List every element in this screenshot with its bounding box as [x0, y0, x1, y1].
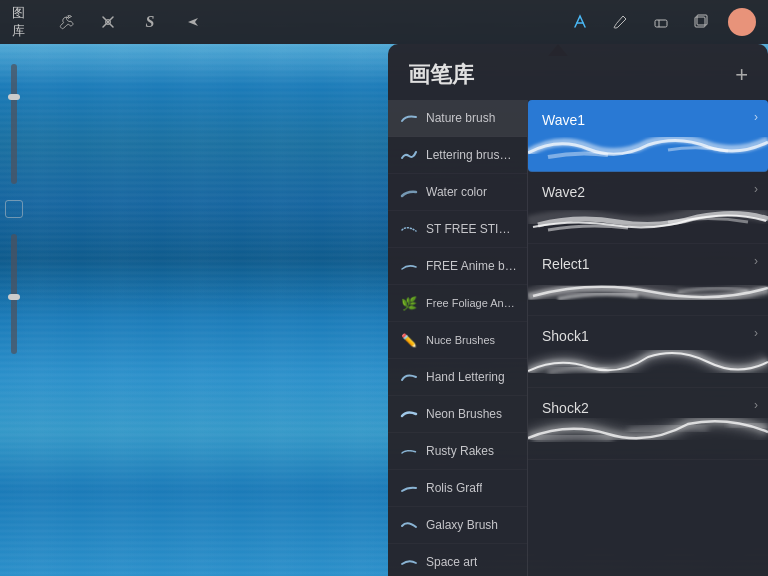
brush-category-watercolor[interactable]: Water color [388, 174, 527, 211]
brush-category-nuce[interactable]: ✏️ Nuce Brushes [388, 322, 527, 359]
brush-category-st-free[interactable]: ST FREE STIPPLE [388, 211, 527, 248]
brush-relect1[interactable]: Relect1 › [528, 244, 768, 316]
relect1-preview [528, 269, 768, 311]
wave2-chevron: › [754, 182, 758, 196]
brush-category-list: Nature brush Lettering brushes Water col… [388, 100, 528, 576]
arrow-icon[interactable] [180, 10, 204, 34]
wrench-icon[interactable] [54, 10, 78, 34]
anime-basic-icon [400, 257, 418, 275]
brush-panel-header: 画笔库 + [388, 44, 768, 100]
brush-category-space[interactable]: Space art [388, 544, 527, 576]
shock1-chevron: › [754, 326, 758, 340]
brush-size-slider[interactable] [11, 64, 17, 184]
shock1-preview [528, 341, 768, 383]
anime-basic-label: FREE Anime basic [426, 259, 517, 273]
gallery-button[interactable]: 图库 [12, 10, 36, 34]
watercolor-icon [400, 183, 418, 201]
opacity-slider[interactable] [11, 234, 17, 354]
foliage-label: Free Foliage Anime [426, 297, 517, 309]
toolbar-left: 图库 S [12, 10, 204, 34]
st-free-icon [400, 220, 418, 238]
brush-wave2[interactable]: Wave2 › [528, 172, 768, 244]
lettering-label: Lettering brushes [426, 148, 517, 162]
brush-panel-content: Nature brush Lettering brushes Water col… [388, 100, 768, 576]
wave1-chevron: › [754, 110, 758, 124]
pen-active-icon[interactable] [568, 10, 592, 34]
brush-category-lettering[interactable]: Lettering brushes [388, 137, 527, 174]
square-color-btn[interactable] [5, 200, 23, 218]
space-label: Space art [426, 555, 477, 569]
watercolor-label: Water color [426, 185, 487, 199]
brush-category-rolis[interactable]: Rolis Graff [388, 470, 527, 507]
hand-lettering-label: Hand Lettering [426, 370, 505, 384]
shock2-chevron: › [754, 398, 758, 412]
brush-wave1[interactable]: Wave1 › [528, 100, 768, 172]
brush-category-foliage[interactable]: 🌿 Free Foliage Anime [388, 285, 527, 322]
lettering-icon [400, 146, 418, 164]
brush-panel: 画笔库 + Nature brush Lettering brushes [388, 44, 768, 576]
nature-brush-icon [400, 109, 418, 127]
nuce-label: Nuce Brushes [426, 334, 495, 346]
galaxy-icon [400, 516, 418, 534]
brush-tool-icon[interactable] [608, 10, 632, 34]
modify-icon[interactable] [96, 10, 120, 34]
left-panel [0, 44, 28, 576]
brush-category-rusty[interactable]: Rusty Rakes [388, 433, 527, 470]
brush-category-nature[interactable]: Nature brush [388, 100, 527, 137]
wave1-preview [528, 125, 768, 167]
shock2-preview [528, 413, 768, 455]
hand-lettering-icon [400, 368, 418, 386]
brush-shock2[interactable]: Shock2 › [528, 388, 768, 460]
rusty-label: Rusty Rakes [426, 444, 494, 458]
brush-category-galaxy[interactable]: Galaxy Brush [388, 507, 527, 544]
neon-icon [400, 405, 418, 423]
neon-label: Neon Brushes [426, 407, 502, 421]
toolbar: 图库 S [0, 0, 768, 44]
space-icon [400, 553, 418, 571]
rolis-icon [400, 479, 418, 497]
layers-icon[interactable] [688, 10, 712, 34]
svg-rect-1 [655, 20, 667, 27]
wave2-preview [528, 197, 768, 239]
rusty-icon [400, 442, 418, 460]
brush-detail-list: Wave1 › [528, 100, 768, 576]
brush-category-hand-lettering[interactable]: Hand Lettering [388, 359, 527, 396]
foliage-icon: 🌿 [400, 294, 418, 312]
brush-category-anime-basic[interactable]: FREE Anime basic [388, 248, 527, 285]
nature-brush-label: Nature brush [426, 111, 495, 125]
galaxy-label: Galaxy Brush [426, 518, 498, 532]
st-free-label: ST FREE STIPPLE [426, 222, 517, 236]
relect1-chevron: › [754, 254, 758, 268]
text-s-icon[interactable]: S [138, 10, 162, 34]
brush-shock1[interactable]: Shock1 › [528, 316, 768, 388]
toolbar-right [568, 8, 756, 36]
brush-panel-title: 画笔库 [408, 60, 474, 90]
brush-category-neon[interactable]: Neon Brushes [388, 396, 527, 433]
eraser-icon[interactable] [648, 10, 672, 34]
nuce-icon: ✏️ [400, 331, 418, 349]
rolis-label: Rolis Graff [426, 481, 482, 495]
brush-panel-add-button[interactable]: + [735, 64, 748, 86]
avatar[interactable] [728, 8, 756, 36]
